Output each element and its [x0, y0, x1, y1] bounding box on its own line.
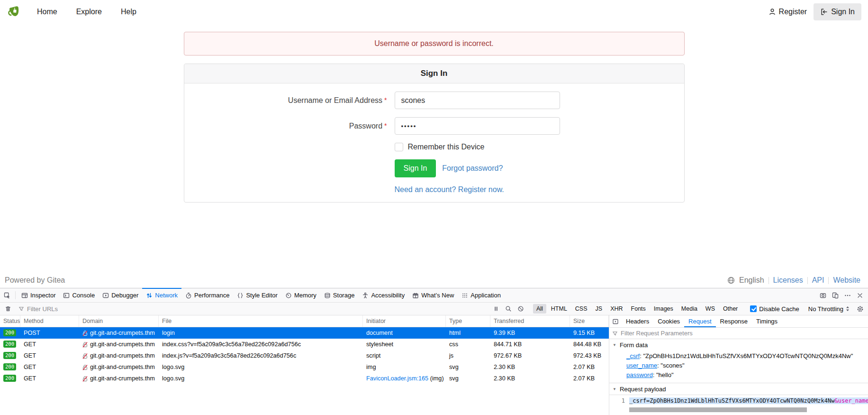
search-icon[interactable]: [502, 305, 515, 312]
details-tab-request[interactable]: Request: [684, 315, 715, 327]
param-value: "ZpOhBHs1Dnz1WdLblHhTuSZfVXs6MTYxODY4OTc…: [643, 352, 853, 360]
column-header-domain[interactable]: Domain: [79, 315, 159, 327]
register-now-link[interactable]: Need an account? Register now.: [395, 185, 504, 194]
filter-request-parameters-input[interactable]: [618, 330, 865, 337]
block-icon[interactable]: [515, 305, 527, 312]
devtools-tab-accessibility[interactable]: Accessibility: [358, 288, 408, 302]
filter-urls-input[interactable]: [24, 305, 490, 313]
initiator-link[interactable]: FaviconLoader.jsm:165: [366, 375, 428, 382]
details-tabs: HeadersCookiesRequestResponseTimings: [622, 315, 782, 327]
initiator-cell: document: [363, 327, 446, 339]
username-input[interactable]: [395, 92, 560, 109]
filter-ws[interactable]: WS: [702, 304, 718, 314]
password-input[interactable]: [395, 117, 560, 135]
column-header-size[interactable]: Size: [570, 315, 609, 327]
network-request-row[interactable]: 200GETgit.git-and-crumpets.thmlogo.svgFa…: [0, 373, 609, 384]
details-tab-response[interactable]: Response: [716, 315, 752, 327]
register-nav-link[interactable]: Register: [769, 8, 807, 16]
signin-submit-button[interactable]: Sign In: [395, 159, 436, 177]
network-request-row[interactable]: 200GETgit.git-and-crumpets.thmlogo.svgim…: [0, 361, 609, 373]
initiator-cell: img: [363, 361, 446, 373]
filter-other[interactable]: Other: [720, 304, 741, 314]
column-header-transferred[interactable]: Transferred: [490, 315, 570, 327]
devtools-tab-style-editor[interactable]: Style Editor: [233, 288, 281, 302]
filter-images[interactable]: Images: [651, 304, 677, 314]
details-tab-bar: HeadersCookiesRequestResponseTimings: [609, 315, 868, 328]
devtools-tab-performance[interactable]: Performance: [181, 288, 233, 302]
nav-link-home[interactable]: Home: [37, 8, 57, 16]
gear-icon[interactable]: [854, 305, 866, 313]
gitea-logo[interactable]: [7, 4, 23, 20]
request-type-filters: AllHTMLCSSJSXHRFontsImagesMediaWSOther: [533, 304, 741, 314]
column-header-method[interactable]: Method: [20, 315, 79, 327]
horizontal-scrollbar[interactable]: [629, 407, 807, 412]
close-icon[interactable]: [854, 288, 866, 302]
devtools-tab-network[interactable]: Network: [142, 288, 181, 302]
navbar-left: HomeExploreHelp: [7, 4, 136, 20]
clear-requests-trash-icon[interactable]: [2, 305, 14, 312]
filter-all[interactable]: All: [533, 304, 546, 314]
footer-link-website[interactable]: Website: [833, 276, 860, 285]
devtools-tab-inspector[interactable]: Inspector: [18, 288, 59, 302]
nav-link-explore[interactable]: Explore: [76, 8, 102, 16]
param-name[interactable]: _csrf: [626, 352, 640, 360]
file-cell: logo.svg: [159, 361, 363, 373]
column-header-initiator[interactable]: Initiator: [363, 315, 446, 327]
file-cell: index.js?v=f5a209a9c3c56a78ed226c092a6d7…: [159, 350, 363, 361]
devtools-tabs: InspectorConsoleDebuggerNetworkPerforman…: [18, 288, 505, 302]
column-header-type[interactable]: Type: [446, 315, 490, 327]
filter-css[interactable]: CSS: [572, 304, 591, 314]
navbar-right: Register Sign In: [769, 3, 861, 20]
filter-js[interactable]: JS: [592, 304, 606, 314]
details-tab-cookies[interactable]: Cookies: [653, 315, 684, 327]
filter-html[interactable]: HTML: [548, 304, 570, 314]
forgot-password-link[interactable]: Forgot password?: [442, 164, 503, 173]
devtools-tab-console[interactable]: Console: [59, 288, 99, 302]
signin-nav-button[interactable]: Sign In: [814, 3, 861, 20]
initiator-cell: FaviconLoader.jsm:165 (img): [363, 373, 446, 384]
devtools-tab-what-s-new[interactable]: What’s New: [408, 288, 458, 302]
sidebar-toggle-icon[interactable]: [609, 318, 622, 325]
footer-link-api[interactable]: API: [812, 276, 824, 285]
filter-xhr[interactable]: XHR: [607, 304, 626, 314]
devtools-tab-memory[interactable]: Memory: [281, 288, 320, 302]
nav-link-help[interactable]: Help: [121, 8, 136, 16]
pick-element-icon[interactable]: [1, 288, 13, 302]
domain-cell: git.git-and-crumpets.thm: [79, 373, 159, 384]
request-payload-section-header[interactable]: ▼ Request payload: [609, 383, 868, 395]
param-name[interactable]: user_name: [626, 362, 657, 369]
footer-link-licenses[interactable]: Licenses: [773, 276, 803, 285]
network-request-row[interactable]: 200GETgit.git-and-crumpets.thmindex.js?v…: [0, 350, 609, 361]
details-tab-headers[interactable]: Headers: [622, 315, 653, 327]
throttling-dropdown[interactable]: No Throttling: [804, 305, 854, 313]
transferred-cell: 2.30 KB: [490, 361, 570, 373]
accessibility-icon: [362, 292, 369, 299]
form-data-title: Form data: [620, 341, 648, 349]
column-header-file[interactable]: File: [159, 315, 363, 327]
network-request-row[interactable]: 200POSTgit.git-and-crumpets.thmlogindocu…: [0, 327, 609, 339]
network-request-row[interactable]: 200GETgit.git-and-crumpets.thmindex.css?…: [0, 339, 609, 350]
devtools-toolbar: InspectorConsoleDebuggerNetworkPerforman…: [0, 288, 868, 303]
responsive-design-icon[interactable]: [829, 288, 841, 302]
signin-form-card: Sign In Username or Email Address* Passw…: [184, 64, 685, 203]
param-name[interactable]: password: [626, 371, 653, 378]
details-tab-timings[interactable]: Timings: [752, 315, 782, 327]
pause-icon[interactable]: [490, 305, 502, 312]
insecure-lock-icon: [82, 364, 88, 370]
filter-fonts[interactable]: Fonts: [628, 304, 649, 314]
language-selector[interactable]: English: [739, 276, 764, 285]
remember-device-checkbox[interactable]: [395, 143, 403, 151]
screenshot-icon[interactable]: [817, 288, 829, 302]
inspector-icon: [21, 292, 28, 299]
column-header-status[interactable]: Status: [0, 315, 20, 327]
form-data-section-header[interactable]: ▼ Form data: [609, 339, 868, 350]
domain-cell: git.git-and-crumpets.thm: [79, 361, 159, 373]
devtools-tab-debugger[interactable]: Debugger: [99, 288, 142, 302]
more-options-icon[interactable]: [841, 288, 854, 302]
devtools-tab-application[interactable]: Application: [458, 288, 505, 302]
filter-media[interactable]: Media: [678, 304, 701, 314]
devtools-tab-storage[interactable]: Storage: [320, 288, 359, 302]
insecure-lock-icon: [82, 353, 88, 359]
request-details-panel: HeadersCookiesRequestResponseTimings ▼ F…: [609, 315, 868, 415]
disable-cache-checkbox[interactable]: [750, 305, 757, 312]
